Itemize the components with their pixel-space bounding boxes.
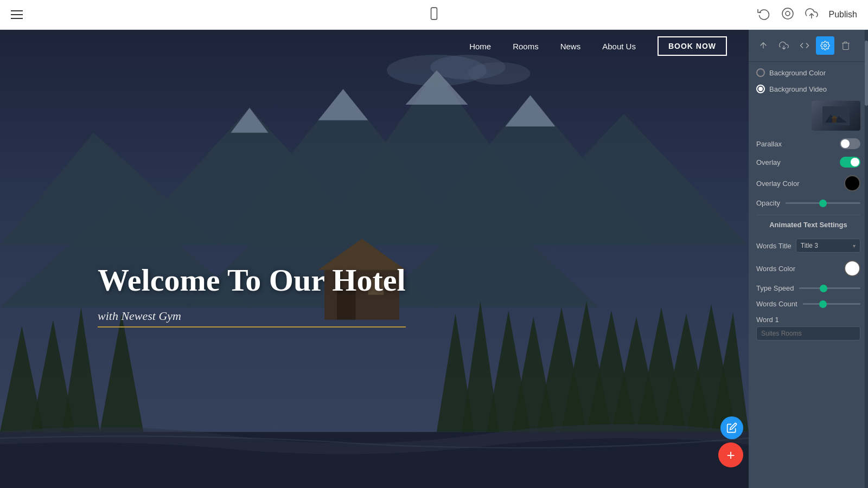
words-count-row: Words Count [756, 300, 860, 308]
type-speed-slider-track [799, 287, 860, 289]
background-video-label: Background Video [769, 85, 827, 93]
toolbar-center [427, 7, 441, 23]
background-video-radio[interactable]: Background Video [756, 85, 827, 93]
bg-thumb-inner [812, 101, 860, 131]
panel-scrollbar[interactable] [865, 30, 868, 488]
word-1-label: Word 1 [756, 316, 860, 324]
hero-subtitle-prefix: with [98, 309, 121, 323]
book-now-button[interactable]: BOOK NOW [658, 36, 727, 56]
opacity-label: Opacity [756, 199, 780, 207]
panel-toolbar [749, 30, 868, 62]
phone-icon[interactable] [427, 7, 441, 23]
opacity-row: Opacity [756, 199, 860, 207]
canvas: Home Rooms News About Us BOOK NOW Welcom… [0, 30, 868, 488]
nav-home[interactable]: Home [469, 42, 491, 51]
opacity-slider[interactable] [786, 202, 860, 204]
download-tool-button[interactable] [775, 36, 793, 55]
undo-icon[interactable] [757, 7, 770, 22]
background-video-row: Background Video [756, 85, 860, 93]
words-color-swatch[interactable] [844, 260, 860, 277]
fab-add-button[interactable]: + [718, 442, 743, 467]
overlay-color-row: Overlay Color [756, 175, 860, 191]
panel-scroll-thumb[interactable] [865, 41, 868, 106]
settings-panel: Background Color Background Video [749, 30, 868, 488]
overlay-label: Overlay [756, 158, 781, 166]
svg-point-7 [468, 62, 531, 85]
words-title-value: Title 3 [801, 242, 818, 249]
overlay-row: Overlay [756, 157, 860, 168]
background-video-radio-circle [756, 85, 765, 93]
words-title-select[interactable]: Title 3 ▾ [796, 239, 860, 253]
svg-point-2 [782, 8, 793, 19]
hero-section: Home Rooms News About Us BOOK NOW Welcom… [0, 30, 749, 488]
chevron-down-icon: ▾ [853, 243, 856, 249]
nav-news[interactable]: News [560, 42, 581, 51]
preview-icon[interactable] [781, 7, 794, 22]
bg-thumbnail-wrap [756, 101, 860, 131]
type-speed-slider[interactable] [799, 287, 860, 289]
code-tool-button[interactable] [795, 36, 814, 55]
words-title-label: Words Title [756, 242, 792, 250]
opacity-slider-fill [786, 202, 823, 204]
nav-rooms[interactable]: Rooms [513, 42, 539, 51]
words-count-slider-thumb[interactable] [819, 300, 827, 308]
words-count-label: Words Count [756, 300, 797, 308]
background-color-radio[interactable]: Background Color [756, 68, 826, 77]
sort-tool-button[interactable] [754, 36, 773, 55]
words-count-slider-track [803, 303, 860, 305]
fab-edit-button[interactable] [720, 416, 743, 439]
words-title-select-wrap: Title 3 ▾ [796, 239, 860, 253]
overlay-color-swatch[interactable] [844, 175, 860, 191]
parallax-label: Parallax [756, 140, 782, 148]
parallax-toggle-knob [841, 139, 850, 148]
opacity-slider-thumb[interactable] [819, 200, 827, 207]
hero-title: Welcome To Our Hotel [98, 262, 406, 298]
type-speed-slider-thumb[interactable] [820, 285, 827, 292]
publish-button[interactable]: Publish [829, 10, 857, 20]
overlay-color-label: Overlay Color [756, 179, 799, 188]
hero-subtitle-animated: Newest Gym [121, 309, 181, 323]
opacity-slider-track [786, 202, 860, 204]
svg-point-44 [824, 44, 827, 47]
delete-tool-button[interactable] [837, 36, 855, 55]
word-1-input[interactable] [756, 326, 860, 341]
parallax-toggle[interactable] [840, 138, 860, 149]
type-speed-row: Type Speed [756, 284, 860, 292]
settings-tool-button[interactable] [816, 36, 834, 55]
hero-subtitle: with Newest Gym [98, 309, 406, 328]
animated-text-section-header: Animated Text Settings [756, 215, 860, 231]
nav-about-us[interactable]: About Us [602, 42, 636, 51]
type-speed-label: Type Speed [756, 284, 794, 292]
words-title-row: Words Title Title 3 ▾ [756, 239, 860, 253]
background-color-row: Background Color [756, 68, 860, 77]
bg-thumbnail[interactable] [812, 101, 860, 131]
background-color-label: Background Color [769, 69, 826, 77]
background-color-radio-circle [756, 68, 765, 77]
toolbar-left [11, 10, 23, 19]
svg-rect-47 [832, 118, 837, 123]
words-color-label: Words Color [756, 265, 795, 273]
words-color-row: Words Color [756, 260, 860, 277]
upload-icon[interactable] [805, 7, 818, 22]
overlay-toggle[interactable] [840, 157, 860, 168]
word-1-row: Word 1 [756, 316, 860, 341]
words-count-slider[interactable] [803, 303, 860, 305]
svg-rect-0 [431, 8, 437, 20]
hamburger-icon[interactable] [11, 10, 23, 19]
hero-content: Welcome To Our Hotel with Newest Gym [98, 262, 406, 328]
toolbar-right: Publish [757, 7, 857, 22]
parallax-row: Parallax [756, 138, 860, 149]
nav-bar: Home Rooms News About Us BOOK NOW [0, 30, 749, 62]
hero-landscape [0, 30, 749, 488]
panel-content: Background Color Background Video [749, 62, 868, 488]
overlay-toggle-knob [851, 158, 859, 166]
top-toolbar: Publish [0, 0, 868, 30]
